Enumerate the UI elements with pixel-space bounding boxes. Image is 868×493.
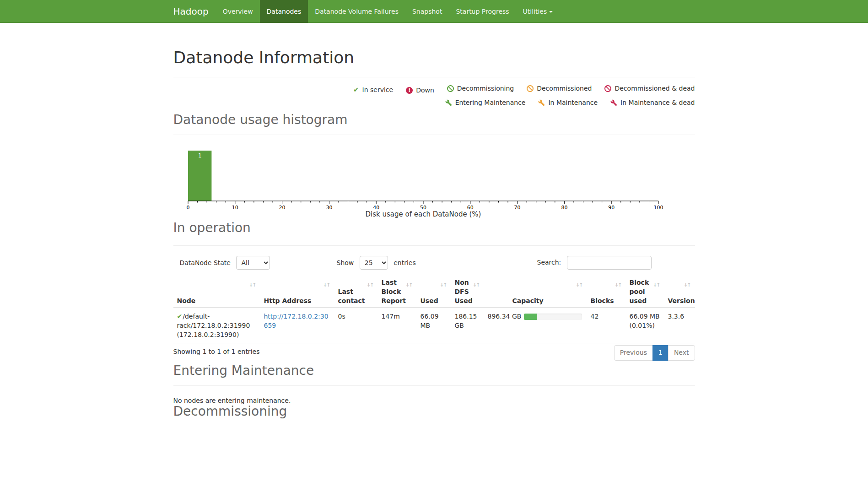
legend-label: In service bbox=[362, 86, 394, 93]
cell-used: 66.09 MB bbox=[417, 308, 451, 343]
in-operation-heading: In operation bbox=[173, 221, 695, 235]
sort-icon[interactable]: ↓↑ bbox=[576, 281, 582, 290]
svg-text:70: 70 bbox=[514, 205, 520, 211]
cell-http-address: http://172.18.0.2:30659 bbox=[260, 308, 334, 343]
table-footer: Showing 1 to 1 of 1 entries Previous1Nex… bbox=[173, 343, 695, 363]
column-header-version[interactable]: Version↓↑ bbox=[664, 277, 695, 308]
sort-icon[interactable]: ↓↑ bbox=[249, 281, 255, 290]
svg-text:0: 0 bbox=[186, 205, 189, 211]
pagination-previous-button[interactable]: Previous bbox=[614, 345, 653, 361]
decommissioning-heading: Decommissioning bbox=[173, 404, 695, 419]
column-header-node[interactable]: Node↓↑ bbox=[173, 277, 260, 308]
navbar-brand[interactable]: Hadoop bbox=[173, 0, 209, 23]
datanode-row: ✔/default-rack/172.18.0.2:31990 (172.18.… bbox=[173, 308, 695, 343]
nav-item-overview[interactable]: Overview bbox=[216, 0, 260, 23]
table-controls: DataNode State All Show 25 entries Searc… bbox=[173, 255, 695, 271]
caret-down-icon bbox=[549, 11, 553, 13]
svg-text:30: 30 bbox=[326, 205, 332, 211]
sort-icon[interactable]: ↓↑ bbox=[440, 281, 446, 290]
check-icon: ✔ bbox=[177, 313, 183, 320]
column-header-block-pool-used[interactable]: Block pool used↓↑ bbox=[626, 277, 664, 308]
cell-capacity: 896.34 GB bbox=[484, 308, 587, 343]
wrench-icon bbox=[538, 99, 545, 106]
column-header-capacity[interactable]: Capacity↓↑ bbox=[484, 277, 587, 308]
legend-label: Decommissioning bbox=[457, 85, 514, 92]
search-label: Search: bbox=[537, 259, 561, 266]
cell-node: ✔/default-rack/172.18.0.2:31990 (172.18.… bbox=[173, 308, 260, 343]
cell-version: 3.3.6 bbox=[664, 308, 695, 343]
legend-label: In Maintenance bbox=[548, 99, 598, 106]
table-header-row: Node↓↑Http Address↓↑Last contact↓↑Last B… bbox=[173, 277, 695, 308]
column-label: Version bbox=[668, 297, 695, 304]
cell-blocks: 42 bbox=[587, 308, 626, 343]
nav-item-datanode-volume-failures[interactable]: Datanode Volume Failures bbox=[308, 0, 405, 23]
nav-item-startup-progress[interactable]: Startup Progress bbox=[449, 0, 516, 23]
column-header-used[interactable]: Used↓↑ bbox=[417, 277, 451, 308]
cell-last-block-report: 147m bbox=[378, 308, 417, 343]
legend-item-decommissioning: Decommissioning bbox=[447, 85, 514, 92]
column-label: Non DFS Used bbox=[455, 279, 473, 304]
nav-item-snapshot[interactable]: Snapshot bbox=[405, 0, 449, 23]
sort-icon[interactable]: ↓↑ bbox=[405, 281, 412, 290]
search-input[interactable] bbox=[567, 256, 652, 270]
title-divider bbox=[173, 77, 695, 77]
sort-icon[interactable]: ↓↑ bbox=[615, 281, 621, 290]
legend-item-in-service: ✔In service bbox=[353, 86, 393, 93]
column-label: Node bbox=[177, 297, 196, 304]
entering-maintenance-empty-text: No nodes are entering maintenance. bbox=[173, 397, 695, 404]
column-label: Last Block Report bbox=[382, 279, 406, 304]
column-header-last-block-report[interactable]: Last Block Report↓↑ bbox=[378, 277, 417, 308]
column-header-non-dfs-used[interactable]: Non DFS Used↓↑ bbox=[451, 277, 484, 308]
legend-item-decommissioned: Decommissioned bbox=[527, 85, 592, 92]
wrench-icon bbox=[610, 99, 617, 106]
usage-histogram-chart: 10102030405060708090100Disk usage of eac… bbox=[173, 141, 695, 221]
alert-icon: ! bbox=[406, 87, 413, 94]
navbar: Hadoop OverviewDatanodesDatanode Volume … bbox=[0, 0, 868, 23]
column-label: Used bbox=[421, 297, 438, 304]
sort-icon[interactable]: ↓↑ bbox=[323, 281, 329, 290]
legend-item-down: !Down bbox=[406, 87, 434, 94]
column-label: Last contact bbox=[338, 288, 365, 304]
entering-maintenance-heading: Entering Maintenance bbox=[173, 363, 695, 378]
pagination-1-button[interactable]: 1 bbox=[652, 345, 669, 361]
entries-count-select[interactable]: 25 bbox=[360, 256, 388, 270]
column-label: Blocks bbox=[591, 297, 614, 304]
sort-icon[interactable]: ↓↑ bbox=[653, 281, 659, 290]
http-address-link[interactable]: http://172.18.0.2:30659 bbox=[264, 313, 329, 329]
datanode-state-label: DataNode State bbox=[180, 259, 231, 266]
in-operation-divider bbox=[173, 245, 695, 246]
wrench-icon bbox=[445, 99, 452, 106]
ban-icon bbox=[527, 85, 534, 92]
svg-text:10: 10 bbox=[232, 205, 238, 211]
cell-block-pool-used: 66.09 MB (0.01%) bbox=[626, 308, 664, 343]
column-header-last-contact[interactable]: Last contact↓↑ bbox=[334, 277, 378, 308]
sort-icon[interactable]: ↓↑ bbox=[367, 281, 373, 290]
column-label: Block pool used bbox=[630, 279, 649, 304]
column-label: Http Address bbox=[264, 297, 312, 304]
ban-icon bbox=[604, 85, 611, 92]
svg-text:20: 20 bbox=[279, 205, 285, 211]
entering-maintenance-divider bbox=[173, 385, 695, 386]
datanode-state-select[interactable]: All bbox=[236, 256, 270, 270]
histogram-divider bbox=[173, 135, 695, 135]
histogram-svg: 10102030405060708090100Disk usage of eac… bbox=[173, 141, 695, 219]
cell-non-dfs-used: 186.15 GB bbox=[451, 308, 484, 343]
legend-item-in-maintenance: In Maintenance bbox=[538, 99, 598, 106]
legend-label: Entering Maintenance bbox=[455, 99, 526, 106]
sort-icon[interactable]: ↓↑ bbox=[473, 281, 479, 290]
showing-entries-text: Showing 1 to 1 of 1 entries bbox=[173, 348, 260, 355]
pagination-next-button[interactable]: Next bbox=[668, 345, 695, 361]
column-header-http-address[interactable]: Http Address↓↑ bbox=[260, 277, 334, 308]
legend-label: Decommissioned & dead bbox=[615, 85, 695, 92]
svg-text:100: 100 bbox=[653, 205, 663, 211]
capacity-progress-bar bbox=[524, 314, 582, 320]
pagination: Previous1Next bbox=[615, 345, 695, 361]
histogram-heading: Datanode usage histogram bbox=[173, 113, 695, 127]
svg-text:Disk usage of each DataNode (%: Disk usage of each DataNode (%) bbox=[365, 210, 481, 218]
nav-item-datanodes[interactable]: Datanodes bbox=[260, 0, 308, 23]
nav-item-utilities[interactable]: Utilities bbox=[516, 0, 560, 23]
column-header-blocks[interactable]: Blocks↓↑ bbox=[587, 277, 626, 308]
sort-icon[interactable]: ↓↑ bbox=[684, 281, 690, 290]
legend-item-in-maintenance-dead: In Maintenance & dead bbox=[610, 99, 695, 106]
svg-text:90: 90 bbox=[608, 205, 615, 211]
